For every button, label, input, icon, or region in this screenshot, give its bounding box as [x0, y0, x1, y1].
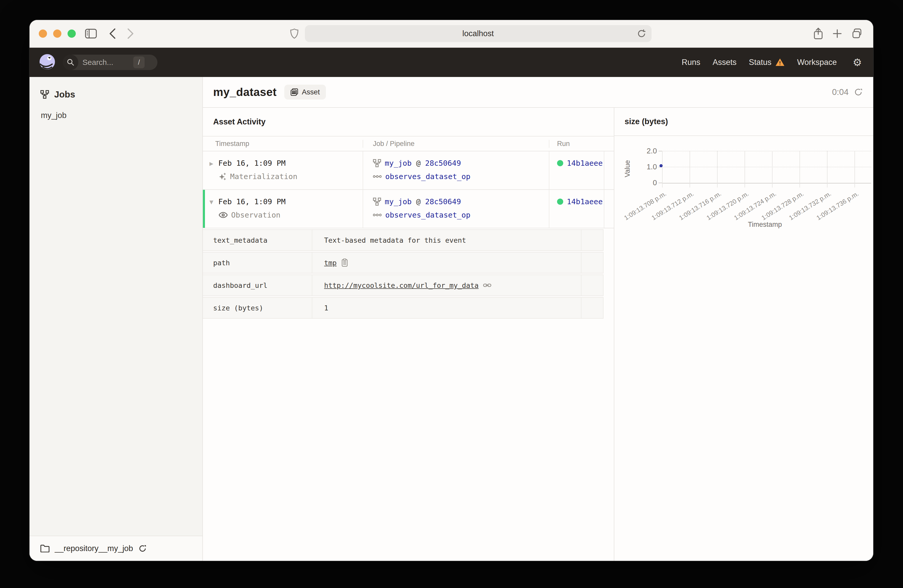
warning-icon — [775, 58, 785, 67]
data-point[interactable] — [659, 164, 662, 167]
expand-caret-icon[interactable]: ▸ — [208, 159, 215, 168]
reload-repository-icon[interactable] — [138, 544, 147, 553]
search-icon — [63, 55, 78, 70]
metadata-key: text_metadata — [203, 229, 312, 251]
asset-badge: Asset — [284, 85, 326, 100]
left-sidebar: Jobs my_job __repository__my_job — [30, 77, 203, 561]
folder-icon — [40, 545, 50, 552]
job-link[interactable]: my_job @ 28c50649 — [385, 197, 461, 206]
url-text: localhost — [462, 29, 494, 38]
metadata-key: size (bytes) — [203, 297, 312, 318]
metadata-row-path: path tmp — [203, 252, 614, 273]
close-window-button[interactable] — [39, 30, 47, 38]
address-bar[interactable]: localhost — [305, 25, 651, 42]
run-id-link[interactable]: 14b1aeee — [567, 197, 603, 206]
col-timestamp: Timestamp — [203, 140, 363, 148]
dagster-logo[interactable] — [39, 54, 56, 71]
asset-badge-label: Asset — [302, 88, 320, 96]
selected-row-indicator — [203, 190, 205, 228]
repository-name: __repository__my_job — [55, 544, 133, 553]
op-icon — [373, 213, 382, 217]
copy-clipboard-icon[interactable] — [341, 259, 348, 267]
page-title: my_dataset — [213, 86, 277, 99]
col-run: Run — [549, 140, 604, 148]
job-icon — [373, 159, 381, 167]
asset-icon — [291, 88, 298, 96]
observation-eye-icon — [219, 212, 228, 218]
sidebar-toggle-icon[interactable] — [85, 29, 97, 39]
app-header: / Runs Assets Status Workspace ⚙ — [30, 48, 873, 77]
minimize-window-button[interactable] — [53, 30, 61, 38]
y-axis-label: Value — [624, 160, 632, 177]
share-icon[interactable] — [813, 28, 823, 39]
external-link-icon — [483, 283, 491, 288]
traffic-lights — [39, 30, 76, 38]
settings-gear-icon[interactable]: ⚙ — [853, 56, 862, 68]
nav-runs[interactable]: Runs — [682, 58, 700, 67]
asset-activity-panel: Asset Activity Timestamp Job / Pipeline … — [203, 108, 614, 561]
materialization-icon — [219, 172, 227, 180]
global-search[interactable]: / — [63, 55, 157, 70]
search-input[interactable] — [82, 58, 131, 67]
metadata-row-dashboard-url: dashboard_url http://mycoolsite.com/url_… — [203, 274, 614, 296]
reload-button[interactable] — [637, 29, 647, 39]
y-tick-2: 2.0 — [634, 147, 657, 155]
metadata-key: dashboard_url — [203, 274, 312, 296]
collapse-caret-icon[interactable]: ▾ — [208, 197, 215, 206]
main-nav: Runs Assets Status Workspace ⚙ — [682, 56, 862, 68]
asset-page-header: my_dataset Asset 0:04 — [203, 77, 873, 108]
nav-workspace[interactable]: Workspace — [797, 58, 837, 67]
privacy-shield-icon[interactable] — [290, 28, 299, 39]
refresh-timer: 0:04 — [832, 87, 848, 97]
metadata-key: path — [203, 252, 312, 273]
zoom-window-button[interactable] — [68, 30, 76, 38]
op-link[interactable]: observes_dataset_op — [385, 172, 470, 181]
op-link[interactable]: observes_dataset_op — [385, 211, 470, 220]
chart-plot: 1:09:13.708 p.m.1:09:13.712 p.m.1:09:13.… — [662, 151, 871, 183]
new-tab-icon[interactable] — [833, 29, 842, 38]
tab-overview-icon[interactable] — [852, 28, 862, 39]
size-bytes-chart-panel: size (bytes) 2.0 1.0 0 Value 1:09:13.708… — [614, 108, 873, 561]
browser-window: localhost — [30, 20, 873, 561]
browser-toolbar: localhost — [30, 20, 873, 48]
grid-line — [827, 151, 827, 188]
job-link[interactable]: my_job @ 28c50649 — [385, 159, 461, 168]
op-icon — [373, 175, 382, 178]
col-job-pipeline: Job / Pipeline — [363, 140, 549, 148]
path-value[interactable]: tmp — [324, 259, 337, 267]
chart-title: size (bytes) — [614, 108, 873, 136]
jobs-section-title: Jobs — [54, 89, 75, 100]
activity-table-header: Timestamp Job / Pipeline Run — [203, 136, 614, 151]
grid-line — [799, 151, 800, 188]
run-status-dot — [557, 160, 563, 166]
metadata-value: Text-based metadata for this event — [312, 229, 581, 251]
jobs-icon — [40, 90, 49, 99]
run-id-link[interactable]: 14b1aeee — [567, 159, 603, 168]
activity-row-materialization[interactable]: ▸Feb 16, 1:09 PM Materialization — [203, 151, 614, 190]
forward-button[interactable] — [127, 28, 134, 39]
run-status-dot — [557, 199, 563, 205]
back-button[interactable] — [109, 28, 116, 39]
grid-line — [854, 151, 855, 188]
metadata-row-size-bytes: size (bytes) 1 — [203, 297, 614, 318]
metadata-value: 1 — [312, 297, 581, 318]
sidebar-item-my-job[interactable]: my_job — [30, 100, 202, 120]
grid-line — [772, 151, 772, 188]
dashboard-url-link[interactable]: http://mycoolsite.com/url_for_my_data — [324, 281, 478, 289]
grid-line — [689, 151, 690, 188]
grid-line — [744, 151, 745, 188]
metadata-row-text-metadata: text_metadata Text-based metadata for th… — [203, 229, 614, 251]
x-axis-label: Timestamp — [748, 221, 782, 229]
nav-status[interactable]: Status — [749, 58, 785, 67]
nav-assets[interactable]: Assets — [713, 58, 736, 67]
repository-footer: __repository__my_job — [30, 536, 202, 561]
search-shortcut-key: / — [133, 56, 145, 68]
job-icon — [373, 198, 381, 206]
asset-activity-title: Asset Activity — [203, 108, 614, 136]
event-metadata-table: text_metadata Text-based metadata for th… — [203, 229, 614, 318]
grid-line — [662, 151, 662, 188]
y-tick-0: 0 — [634, 179, 657, 187]
refresh-icon[interactable] — [854, 88, 863, 97]
grid-line — [717, 151, 717, 188]
activity-row-observation[interactable]: ▾Feb 16, 1:09 PM Observation — [203, 190, 614, 228]
